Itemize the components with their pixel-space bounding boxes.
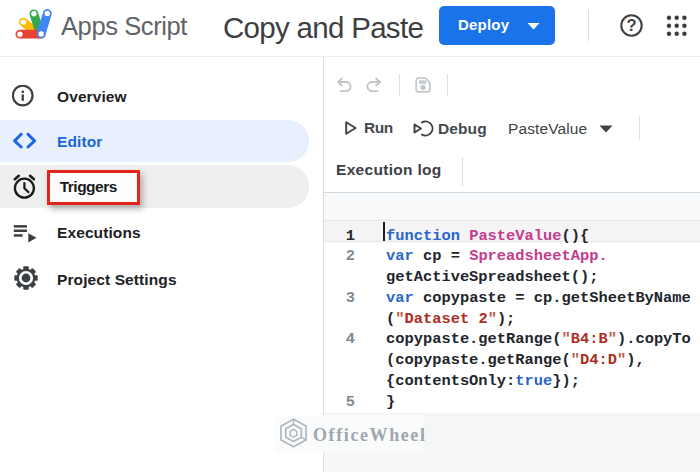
- svg-text:?: ?: [627, 16, 637, 34]
